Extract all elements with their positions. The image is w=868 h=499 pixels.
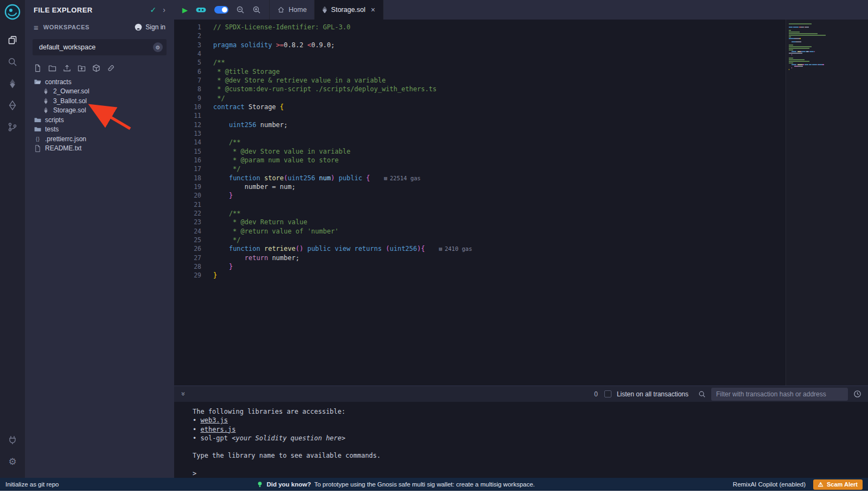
new-file-icon[interactable] [34,64,42,72]
workspace-select[interactable]: default_workspace ⚙ [33,39,167,55]
tree-item-3-ballot-sol[interactable]: 3_Ballot.sol [25,96,174,106]
terminal-line: • sol-gpt <your Solidity question here> [193,434,868,443]
code-line[interactable]: 8 * @custom:dev-run-script ./scripts/dep… [174,85,868,93]
git-init-status[interactable]: Initialize as git repo [5,481,59,488]
line-number: 11 [174,111,201,120]
code-line[interactable]: 19 number = num; [174,182,868,191]
code-line[interactable]: 9 */ [174,94,868,103]
hamburger-icon[interactable]: ≡ [34,23,39,32]
chevron-right-icon[interactable]: › [163,5,165,14]
code-line[interactable]: 6 * @title Storage [174,67,868,76]
tree-item-label: scripts [45,116,64,124]
solidity-file-icon [42,98,49,104]
code-line[interactable]: 27 return number; [174,254,868,262]
code-line[interactable]: 21 [174,200,868,209]
code-line[interactable]: 20 } [174,191,868,200]
tree-item-scripts[interactable]: scripts [25,115,174,125]
code-text: * @dev Store & retrieve value in a varia… [213,76,386,85]
git-icon[interactable] [0,116,25,138]
search-icon[interactable] [0,51,25,73]
tree-item-readme-txt[interactable]: README.txt [25,144,174,154]
code-line[interactable]: 14 /** [174,138,868,147]
terminal[interactable]: The following libraries are accessible:•… [174,402,868,478]
code-line[interactable]: 10contract Storage { [174,103,868,111]
transaction-filter-input[interactable] [711,388,848,401]
code-line[interactable]: 4 [174,49,868,58]
code-text: * @dev Store value in variable [213,147,350,156]
minimap[interactable] [786,20,868,386]
code-line[interactable]: 22 /** [174,209,868,218]
double-chevron-down-icon[interactable]: « [178,392,187,396]
history-icon[interactable] [853,390,861,398]
code-line[interactable]: 12 uint256 number; [174,121,868,129]
gas-estimate-text: 2410 gas [445,244,473,253]
code-line[interactable]: 29} [174,271,868,280]
code-line[interactable]: 2 [174,31,868,40]
code-line[interactable]: 15 * @dev Store value in variable [174,147,868,156]
code-line[interactable]: 1// SPDX-License-Identifier: GPL-3.0 [174,23,868,31]
code-line[interactable]: 26 function retrieve() public view retur… [174,244,868,253]
terminal-line [193,460,868,469]
code-editor[interactable]: 1// SPDX-License-Identifier: GPL-3.023pr… [174,20,868,386]
terminal-link[interactable]: ethers.js [200,426,235,433]
code-line[interactable]: 25 */ [174,236,868,244]
tree-item-2-owner-sol[interactable]: 2_Owner.sol [25,87,174,97]
code-text: * @dev Return value [213,218,307,226]
scam-alert-button[interactable]: ⚠ Scam Alert [813,479,863,490]
gas-estimate-badge[interactable]: ▤2410 gas [439,244,472,253]
line-number: 3 [174,41,201,49]
code-line[interactable]: 16 * @param num value to store [174,156,868,165]
warning-icon: ⚠ [818,481,824,488]
run-script-icon[interactable]: ▶ [182,6,188,14]
code-line[interactable]: 18 function store(uint256 num) public {▤… [174,174,868,182]
code-lines: 1// SPDX-License-Identifier: GPL-3.023pr… [174,23,868,280]
sign-in-button[interactable]: Sign in [135,23,165,31]
upload-file-icon[interactable] [63,64,71,72]
code-text: } [213,191,233,200]
workspace-options-icon[interactable]: ⚙ [153,42,163,52]
upload-folder-icon[interactable] [78,64,86,72]
tab-storage-sol[interactable]: Storage.sol × [314,0,383,20]
settings-icon[interactable]: ⚙ [0,451,25,472]
search-icon[interactable] [698,390,706,398]
file-explorer-icon[interactable] [0,29,25,51]
code-line[interactable]: 5/** [174,58,868,67]
code-line[interactable]: 17 */ [174,165,868,173]
copilot-status[interactable]: RemixAI Copilot (enabled) [733,481,806,488]
copilot-toggle[interactable] [214,6,228,14]
code-line[interactable]: 13 [174,129,868,138]
code-line[interactable]: 7 * @dev Store & retrieve value in a var… [174,76,868,85]
terminal-link[interactable]: web3.js [200,416,228,424]
tree-item-label: contracts [45,78,72,86]
link-icon[interactable] [107,64,115,72]
tree-item-prettierrc-json[interactable]: { }.prettierrc.json [25,134,174,144]
tree-item-storage-sol[interactable]: Storage.sol [25,106,174,116]
code-line[interactable]: 24 * @return value of 'number' [174,227,868,236]
code-line[interactable]: 28 } [174,262,868,271]
plugin-manager-icon[interactable] [0,429,25,451]
listen-all-checkbox[interactable] [604,390,611,397]
code-line[interactable]: 23 * @dev Return value [174,218,868,226]
remixai-icon[interactable] [195,5,207,15]
close-icon[interactable]: × [371,5,375,14]
gas-icon: ▤ [384,174,387,182]
github-icon [135,23,142,31]
zoom-out-icon[interactable] [236,5,245,14]
remix-logo[interactable] [4,3,21,21]
line-number: 8 [174,85,201,93]
check-icon[interactable]: ✓ [150,5,157,14]
code-line[interactable]: 3pragma solidity >=0.8.2 <0.9.0; [174,41,868,49]
tab-home[interactable]: Home [269,0,314,20]
box-icon[interactable] [92,64,100,72]
tree-item-contracts[interactable]: contracts [25,77,174,87]
deploy-run-icon[interactable] [0,94,25,116]
new-folder-icon[interactable] [48,64,56,72]
code-line[interactable]: 11 [174,111,868,120]
code-text: } [213,262,233,271]
solidity-file-icon [322,7,327,13]
tree-item-tests[interactable]: tests [25,125,174,135]
gas-estimate-badge[interactable]: ▤22514 gas [384,174,420,182]
zoom-in-icon[interactable] [252,5,261,14]
solidity-compiler-icon[interactable] [0,73,25,94]
tree-item-label: 2_Owner.sol [53,87,90,95]
